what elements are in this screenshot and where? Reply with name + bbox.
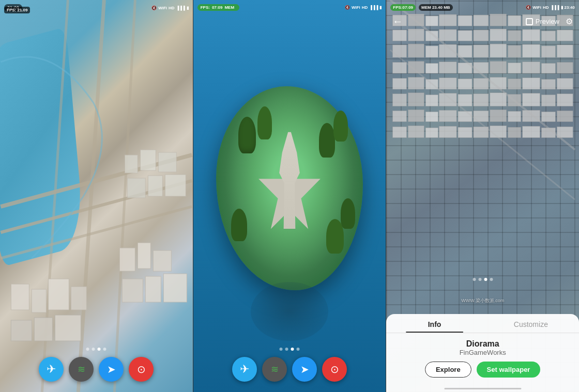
svg-rect-77 [523,78,540,89]
telegram-icon-2: ✈ [240,363,249,376]
svg-rect-6 [11,284,29,310]
svg-rect-98 [508,111,521,121]
svg-rect-106 [458,127,472,137]
svg-rect-73 [458,79,472,89]
svg-rect-41 [474,30,489,41]
preview-label-3: Preview [536,18,559,25]
phone-screen-3: FPS:07:09 MEM 23.40 MB 🔇 WiFi HD ▐▐▐ ▮ 2… [386,0,579,392]
battery-1: ▮ [187,6,189,10]
svg-rect-94 [439,110,457,121]
svg-rect-13 [119,248,135,271]
svg-rect-95 [458,111,472,121]
svg-rect-83 [439,93,457,106]
fps-memory-badge-2: FPS: 07:09 MEM [197,4,239,11]
svg-line-3 [78,0,104,392]
hd-badge-1: HD [169,6,175,10]
status-right-3: 🔇 WiFi HD ▐▐▐ ▮ 23:40 [526,5,575,10]
page-dots-3 [473,278,493,281]
status-bar-1: 21:09 🔇 WiFi HD ▐▐▐ ▮ [4,4,189,11]
tab-info[interactable]: Info [386,314,482,333]
svg-rect-105 [439,126,457,137]
svg-rect-56 [542,46,556,57]
svg-rect-79 [557,79,573,89]
tab-customize[interactable]: Customize [483,314,579,333]
wifi-button-1[interactable]: ≋ [69,357,94,382]
svg-rect-46 [557,30,573,41]
svg-rect-97 [490,110,507,122]
dot-1-2 [92,348,95,351]
battery-2: ▮ [379,5,382,10]
tab-bar-3: Info Customize [386,314,579,333]
svg-rect-60 [426,64,438,73]
preview-area-3[interactable]: Preview [526,18,559,25]
svg-rect-104 [426,128,438,137]
nav-right-3: Preview ⚙ [526,17,573,26]
status-right-1: 🔇 WiFi HD ▐▐▐ ▮ [151,6,188,10]
mute-icon-2: 🔇 [345,5,350,10]
back-button-3[interactable]: ← [392,15,403,27]
svg-rect-58 [393,62,407,73]
svg-rect-103 [408,126,424,137]
dot-2-1 [280,348,283,351]
set-wallpaper-button[interactable]: Set wallpaper [477,362,541,378]
city-buildings-1 [0,0,193,392]
svg-rect-21 [158,152,176,172]
preview-box-icon [526,18,533,25]
svg-rect-65 [508,63,521,73]
svg-rect-109 [508,127,521,137]
camera-button-2[interactable]: ⊙ [322,357,347,382]
svg-rect-82 [426,95,438,106]
camera-icon-2: ⊙ [330,363,339,375]
tree-3 [319,123,335,158]
island-shadow [251,282,328,341]
mute-icon-1: 🔇 [151,6,157,10]
wifi-status-2: WiFi [352,5,360,10]
svg-rect-38 [426,31,438,41]
dot-3-2 [478,278,481,281]
svg-rect-14 [138,243,150,269]
wifi-button-2[interactable]: ≋ [262,357,287,382]
svg-rect-7 [32,289,46,312]
svg-rect-89 [542,95,556,106]
svg-rect-70 [408,77,424,89]
dot-2-2 [285,348,288,351]
svg-rect-19 [125,155,138,173]
camera-button-1[interactable]: ⊙ [129,357,154,382]
telegram-icon-1: ✈ [47,363,56,376]
tab-customize-label: Customize [514,320,548,328]
svg-rect-63 [474,62,489,73]
dot-2-3 [291,348,294,351]
tree-4 [333,111,348,141]
dot-3-1 [473,278,476,281]
svg-rect-93 [426,112,438,121]
signal-bars-3: ▐▐▐ [551,5,559,10]
dock-2: ✈ ≋ ➤ ⊙ [232,357,347,382]
svg-rect-53 [490,44,507,57]
svg-rect-23 [148,176,162,196]
svg-rect-52 [474,45,489,57]
svg-rect-24 [165,175,186,196]
svg-rect-20 [140,150,156,170]
mem-badge-3: MEM 23.40 MB [419,4,453,11]
top-nav-3: ← Preview ⚙ [392,15,573,27]
fps-label-2: FPS: [201,5,210,10]
telegram-button-2[interactable]: ✈ [232,357,257,382]
telegram-button-1[interactable]: ✈ [39,357,64,382]
explore-button[interactable]: Explore [425,362,471,378]
signal-bars-1: ▐▐▐ [176,6,185,10]
svg-rect-45 [542,31,556,41]
svg-rect-102 [393,127,407,137]
dock-1: ✈ ≋ ➤ ⊙ [39,357,154,382]
settings-button-3[interactable]: ⚙ [566,17,573,26]
time-3: 23:40 [565,5,575,10]
status-bar-3: FPS:07:09 MEM 23.40 MB 🔇 WiFi HD ▐▐▐ ▮ 2… [390,4,575,11]
status-bar-2: FPS: 07:09 MEM 🔇 WiFi HD ▐▐▐ ▮ [197,4,382,11]
dot-3-3 [484,278,487,281]
tab-info-label: Info [428,320,441,328]
svg-rect-68 [557,62,573,73]
compass-button-1[interactable]: ➤ [99,357,124,382]
compass-button-2[interactable]: ➤ [292,357,317,382]
battery-3: ▮ [561,5,563,10]
dot-1-3 [98,348,101,351]
hd-badge-3: HD [543,5,549,10]
